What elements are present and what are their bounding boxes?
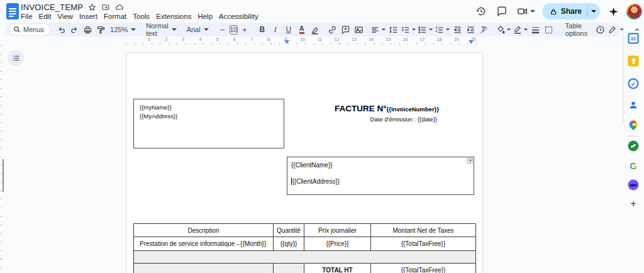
menu-view[interactable]: View bbox=[54, 11, 76, 21]
comments-icon[interactable] bbox=[494, 4, 509, 19]
clear-formatting-icon[interactable] bbox=[478, 23, 491, 36]
print-icon[interactable] bbox=[81, 23, 94, 36]
table-header-cell[interactable]: Quantité bbox=[274, 224, 304, 237]
client-name[interactable]: {{ClientName}} bbox=[291, 162, 333, 169]
table-header-cell[interactable]: Description bbox=[134, 224, 274, 237]
menu-tools[interactable]: Tools bbox=[130, 11, 153, 21]
border-width-icon[interactable] bbox=[530, 23, 542, 36]
version-history-icon[interactable] bbox=[474, 4, 489, 19]
move-folder-icon[interactable] bbox=[101, 3, 110, 11]
font-size-input[interactable]: 10 bbox=[230, 25, 238, 35]
table-header-cell[interactable]: Prix journalier bbox=[304, 224, 371, 237]
table-options-button[interactable]: Table options bbox=[560, 22, 592, 37]
insert-link-icon[interactable] bbox=[326, 23, 339, 36]
highlight-color-icon[interactable] bbox=[309, 23, 321, 36]
ruler-number: 13 bbox=[352, 37, 357, 42]
increase-font-size-button[interactable]: + bbox=[238, 23, 251, 36]
table-cell[interactable]: {{TotalTaxFree}} bbox=[371, 237, 476, 251]
clock-icon[interactable] bbox=[594, 23, 606, 36]
contacts-icon[interactable] bbox=[628, 100, 638, 110]
bulleted-list-icon[interactable] bbox=[418, 23, 434, 36]
paragraph-style-select[interactable]: Normal text bbox=[143, 22, 179, 37]
document-title[interactable]: INVOICE_TEMP bbox=[21, 3, 83, 12]
table-total-cell[interactable]: TOTAL HT bbox=[304, 264, 371, 273]
paint-format-icon[interactable] bbox=[94, 23, 107, 36]
underline-button[interactable]: U bbox=[282, 23, 295, 36]
zoom-select[interactable]: 125% bbox=[108, 26, 138, 33]
table-empty-cell[interactable] bbox=[134, 264, 274, 273]
ruler-number: 5 bbox=[216, 37, 219, 42]
table-cell-handle-icon[interactable] bbox=[467, 158, 473, 164]
menu-file[interactable]: File bbox=[18, 11, 36, 21]
sender-address[interactable]: {{MyAddress}} bbox=[140, 113, 177, 120]
cloud-saved-icon[interactable] bbox=[115, 3, 124, 11]
sender-info-box[interactable]: {{myName}} {{MyAddress}} bbox=[133, 99, 284, 148]
border-color-icon[interactable] bbox=[513, 23, 529, 36]
invoice-title-block[interactable]: FACTURE N°{{InvoiceNumber}} Date d'émiss… bbox=[306, 103, 439, 123]
ruler-number: 15 bbox=[386, 37, 391, 42]
vertical-ruler[interactable] bbox=[0, 45, 5, 273]
addon-purple-icon[interactable] bbox=[628, 180, 639, 191]
menu-insert[interactable]: Insert bbox=[76, 11, 101, 21]
addon-green-icon[interactable] bbox=[628, 141, 639, 152]
table-total-cell[interactable]: {{TotalTaxFree}} bbox=[371, 264, 476, 273]
font-select[interactable]: Arial bbox=[184, 26, 211, 33]
menu-extensions[interactable]: Extensions bbox=[153, 11, 194, 21]
document-page[interactable]: {{myName}} {{MyAddress}} FACTURE N°{{Inv… bbox=[126, 52, 483, 273]
numbered-list-icon[interactable] bbox=[435, 23, 451, 36]
invoice-date-line[interactable]: Date d'émission : {{date}} bbox=[306, 116, 439, 123]
client-info-box[interactable]: {{ClientName}} {{ClientAddress}} bbox=[287, 157, 474, 195]
ruler-number: 11 bbox=[318, 37, 322, 42]
table-empty-cell[interactable] bbox=[274, 264, 304, 273]
maps-icon[interactable] bbox=[630, 121, 638, 129]
increase-indent-icon[interactable] bbox=[465, 23, 477, 36]
google-docs-logo-icon[interactable] bbox=[6, 3, 19, 20]
undo-icon[interactable] bbox=[55, 23, 67, 36]
menu-accessibility[interactable]: Accessibility bbox=[216, 11, 262, 21]
sender-name[interactable]: {{myName}} bbox=[140, 104, 172, 111]
line-spacing-icon[interactable] bbox=[387, 23, 400, 36]
menus-label: Menus bbox=[23, 26, 44, 33]
redo-icon[interactable] bbox=[68, 23, 80, 36]
menus-search-button[interactable]: Menus bbox=[9, 24, 50, 35]
italic-button[interactable]: I bbox=[269, 23, 282, 36]
ruler-number: 2 bbox=[165, 37, 167, 42]
menu-edit[interactable]: Edit bbox=[36, 11, 55, 21]
get-addons-plus-icon[interactable]: + bbox=[630, 199, 636, 209]
gemini-sparkle-icon[interactable] bbox=[606, 4, 621, 19]
invoice-table[interactable]: DescriptionQuantitéPrix journalierMontan… bbox=[133, 223, 476, 273]
checklist-icon[interactable] bbox=[401, 23, 417, 36]
decrease-indent-icon[interactable] bbox=[452, 23, 464, 36]
table-spacer-row[interactable] bbox=[134, 251, 476, 264]
tasks-icon[interactable]: ✓ bbox=[628, 79, 639, 89]
video-call-icon[interactable] bbox=[515, 4, 536, 19]
table-cell[interactable]: {{qty}} bbox=[274, 237, 304, 251]
table-cell[interactable]: Prestation de service informatique - {{M… bbox=[134, 237, 274, 251]
bold-button[interactable]: B bbox=[256, 23, 269, 36]
invoice-title-label[interactable]: FACTURE N° bbox=[335, 104, 387, 113]
keep-icon[interactable] bbox=[628, 56, 639, 67]
star-icon[interactable] bbox=[88, 3, 96, 11]
calendar-icon[interactable]: 31 bbox=[628, 33, 639, 44]
table-cell[interactable]: {{Price}} bbox=[304, 237, 371, 251]
text-color-button[interactable]: A bbox=[296, 23, 308, 36]
client-address[interactable]: {{ClientAddress}} bbox=[291, 177, 340, 185]
show-outline-button[interactable] bbox=[8, 50, 24, 66]
share-button[interactable]: Share bbox=[542, 3, 600, 20]
align-icon[interactable] bbox=[370, 23, 387, 36]
insert-image-icon[interactable] bbox=[353, 23, 365, 36]
menu-format[interactable]: Format bbox=[101, 11, 130, 21]
account-avatar[interactable] bbox=[626, 4, 642, 20]
menu-help[interactable]: Help bbox=[194, 11, 216, 21]
ruler-number: 9 bbox=[284, 37, 287, 42]
horizontal-ruler[interactable]: 1234567891011121314151617181920 bbox=[126, 37, 483, 45]
invoice-number-placeholder[interactable]: {{InvoiceNumber}} bbox=[387, 106, 439, 113]
video-call-dropdown-icon bbox=[530, 10, 535, 13]
fill-color-icon[interactable] bbox=[496, 23, 512, 36]
table-header-cell[interactable]: Montant Net de Taxes bbox=[371, 224, 476, 237]
add-comment-icon[interactable] bbox=[340, 23, 352, 36]
border-dash-icon[interactable] bbox=[543, 23, 555, 36]
google-g-icon[interactable]: G bbox=[630, 160, 637, 171]
decrease-font-size-button[interactable]: − bbox=[216, 23, 229, 36]
titlebar: INVOICE_TEMP FileEditViewInsertFormatToo… bbox=[0, 0, 644, 23]
